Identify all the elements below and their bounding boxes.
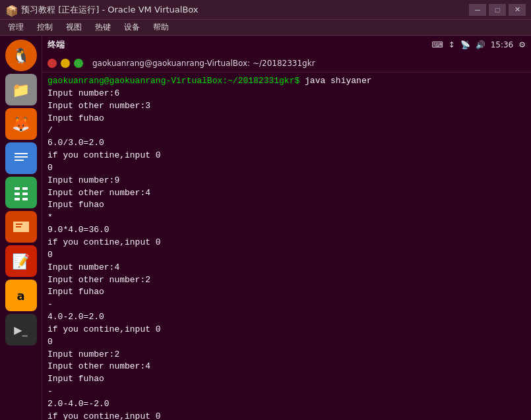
menu-bar: 管理 控制 视图 热键 设备 帮助 [0,20,531,36]
terminal-top-bar: gaokuanrang@gaokuanrang-VirtualBox: ~/20… [42,54,531,73]
output-line-4: / [47,125,526,137]
window-title: 预习教程 [正在运行] - Oracle VM VirtualBox [21,4,199,16]
output-line-17: Input fuhao [47,286,526,299]
svg-rect-2 [15,156,28,158]
terminal-minimize-button[interactable] [61,59,70,68]
svg-rect-6 [22,187,28,190]
menu-hotkey[interactable]: 热键 [92,20,113,34]
clock: 15:36 [491,40,514,49]
terminal-close-button[interactable] [47,59,57,68]
menu-help[interactable]: 帮助 [150,20,172,34]
terminal-area: 终端 ⌨ ↕ 📡 🔊 15:36 ⚙ gaokuanrang@gaokuanra… [42,36,531,420]
svg-rect-9 [15,198,20,200]
sidebar-item-ubuntu[interactable]: 🐧 [5,40,37,71]
close-button[interactable]: ✕ [509,4,526,16]
output-line-14: 0 [47,249,526,262]
terminal-label: 终端 [47,39,65,51]
output-line-2: Input other number:3 [47,100,526,113]
system-tray: ⌨ ↕ 📡 🔊 15:36 ⚙ [431,40,526,49]
menu-manage[interactable]: 管理 [5,20,26,34]
output-line-12: 9.0*4.0=36.0 [47,224,526,237]
sidebar-item-firefox[interactable]: 🦊 [5,108,37,140]
sidebar-item-texteditor[interactable]: 📝 [5,245,37,277]
svg-rect-7 [15,193,20,195]
sidebar-item-terminal[interactable]: ▶_ [5,314,37,345]
sidebar-item-writer[interactable] [5,142,37,174]
settings-icon: ⚙ [518,40,526,49]
menu-control[interactable]: 控制 [34,20,55,34]
output-line-10: Input fuhao [47,199,526,212]
output-line-1: Input number:6 [47,88,526,100]
svg-rect-14 [16,226,21,227]
output-line-20: if you contine,input 0 [47,324,526,336]
output-line-8: Input number:9 [47,175,526,187]
sidebar-item-files[interactable]: 📁 [5,74,37,105]
terminal-maximize-button[interactable] [74,59,83,68]
svg-rect-13 [16,224,22,225]
terminal-window-title: gaokuanrang@gaokuanrang-VirtualBox: ~/20… [92,59,315,68]
sidebar: 🐧 📁 🦊 📝 a ▶_ [0,36,42,420]
output-line-19: 4.0-2.0=2.0 [47,311,526,324]
output-line-25: - [47,386,526,398]
keyboard-icon: ⌨ [431,40,443,49]
svg-rect-0 [11,148,32,169]
output-line-9: Input other number:4 [47,187,526,200]
output-line-18: - [47,299,526,311]
output-line-3: Input fuhao [47,113,526,125]
terminal-window-controls: gaokuanrang@gaokuanrang-VirtualBox: ~/20… [47,59,315,68]
sidebar-item-calc[interactable] [5,177,37,208]
sidebar-item-impress[interactable] [5,211,37,243]
output-line-27: if you contine,input 0 [47,411,526,420]
sidebar-item-amazon[interactable]: a [5,280,37,311]
output-line-15: Input number:4 [47,262,526,274]
output-line-16: Input other number:2 [47,274,526,287]
svg-rect-8 [22,193,28,195]
main-layout: 🐧 📁 🦊 📝 a ▶_ 终端 ⌨ ↕ 📡 🔊 15:36 ⚙ [0,36,531,420]
title-bar-left: 📦 预习教程 [正在运行] - Oracle VM VirtualBox [5,4,199,16]
output-line-7: 0 [47,162,526,175]
arrows-icon: ↕ [449,40,455,49]
svg-rect-3 [15,160,24,161]
network-icon: 📡 [460,40,470,49]
output-line-21: 0 [47,336,526,349]
svg-rect-1 [15,153,28,154]
prompt-text: gaokuanrang@gaokuanrang-VirtualBox:~/201… [47,76,299,86]
output-line-24: Input fuhao [47,373,526,386]
svg-rect-4 [11,182,32,203]
output-line-26: 2.0-4.0=-2.0 [47,398,526,411]
output-line-22: Input number:2 [47,349,526,361]
inner-status-bar: 终端 ⌨ ↕ 📡 🔊 15:36 ⚙ [42,36,531,54]
volume-icon: 🔊 [476,40,485,49]
output-line-6: if you contine,input 0 [47,150,526,162]
menu-devices[interactable]: 设备 [121,20,142,34]
minimize-button[interactable]: ─ [469,4,486,16]
output-line-13: if you contine,input 0 [47,237,526,249]
output-line-11: * [47,212,526,224]
output-line-5: 6.0/3.0=2.0 [47,137,526,150]
menu-view[interactable]: 视图 [63,20,84,34]
svg-rect-10 [22,198,28,200]
window-controls[interactable]: ─ □ ✕ [469,4,526,16]
maximize-button[interactable]: □ [489,4,506,16]
title-bar: 📦 预习教程 [正在运行] - Oracle VM VirtualBox ─ □… [0,0,531,20]
prompt-line: gaokuanrang@gaokuanrang-VirtualBox:~/201… [47,75,526,88]
command-text: java shiyaner [299,76,371,86]
terminal-content[interactable]: gaokuanrang@gaokuanrang-VirtualBox:~/201… [42,73,531,420]
svg-rect-5 [15,187,20,190]
app-icon: 📦 [5,5,16,15]
output-line-23: Input other number:4 [47,361,526,373]
